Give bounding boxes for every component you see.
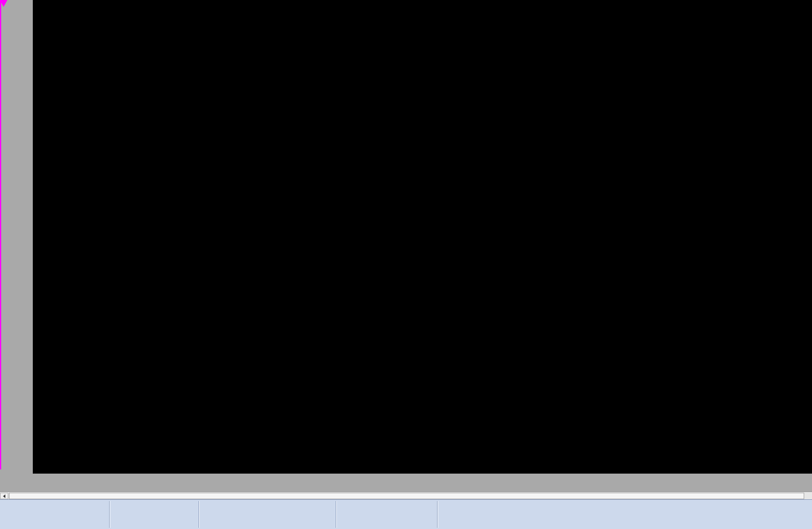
statusbar-separator [109,501,110,528]
scroll-left-arrow-icon [3,494,5,498]
voltage-axis-gutter [0,0,33,474]
waveform-canvas-bottom [33,239,812,474]
horizontal-scrollbar[interactable] [0,491,812,499]
statusbar-separator [336,501,337,528]
scroll-thumb[interactable] [9,493,804,499]
plot-top-cs-mosi[interactable] [33,0,812,239]
scroll-left-button[interactable] [0,493,8,499]
status-bar [0,499,812,529]
waveform-logic-analyzer-window [0,0,812,529]
waveform-canvas-top [33,0,812,239]
cursor-x2-line[interactable] [0,0,1,469]
time-axis-bar[interactable] [0,474,812,491]
statusbar-separator [437,501,438,528]
plot-bottom-sclk[interactable] [33,239,812,474]
statusbar-separator [199,501,200,528]
cursor-x2-flag-bottom[interactable] [0,0,7,7]
